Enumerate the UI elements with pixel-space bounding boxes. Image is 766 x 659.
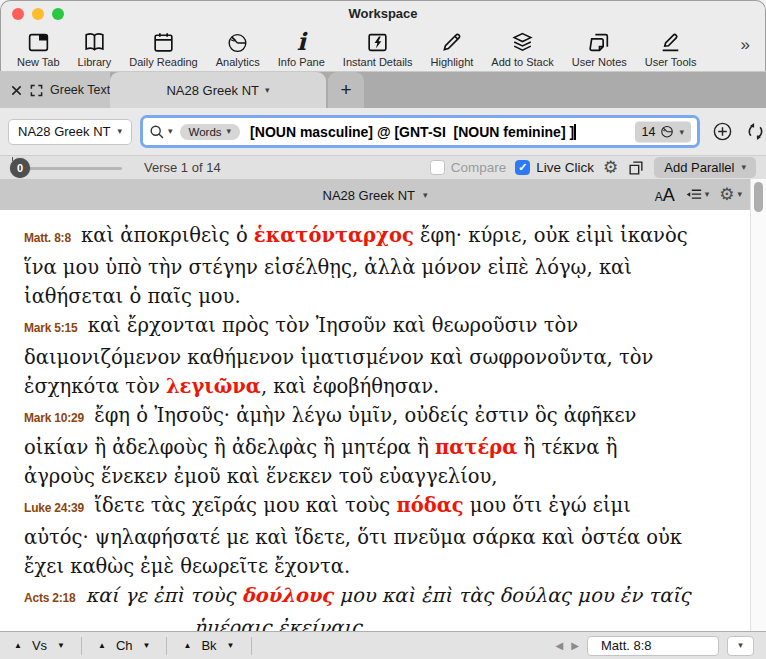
add-tab-button[interactable]: +	[328, 72, 364, 108]
verse-reference[interactable]: Mark 10:29	[24, 411, 84, 425]
add-to-stack-icon	[510, 29, 535, 55]
title-bar: Workspace	[0, 0, 766, 28]
tab-caret-icon[interactable]: ▾	[265, 86, 270, 95]
context-controls: Compare ✓ Live Click ⚙ Add Parallel ▾	[430, 157, 756, 178]
toolbar-overflow-button[interactable]: »	[741, 27, 758, 55]
tab-strip: Greek Texts NA28 Greek NT ▾ +	[0, 72, 766, 108]
zone-label[interactable]: Greek Texts	[50, 83, 116, 97]
pane-settings-button[interactable]: ⚙ ▾	[719, 186, 742, 203]
search-hit-word: λεγιῶνα	[166, 375, 261, 398]
toolbar-highlight-button[interactable]: Highlight	[422, 27, 483, 68]
reference-dropdown-button[interactable]: ▾	[727, 636, 754, 656]
chevron-down-icon: ▾	[741, 163, 746, 172]
toolbar-label: Add to Stack	[491, 56, 553, 68]
paragraph-list-icon	[685, 187, 702, 202]
greek-text: καὶ ἀποκριθεὶς ὁ	[81, 224, 254, 247]
pane-header: NA28 Greek NT ▾ AA ▾ ⚙ ▾	[0, 179, 750, 210]
library-icon	[82, 29, 107, 55]
book-stepper: ▲ Bk ▼	[167, 637, 251, 655]
toolbar-label: Highlight	[431, 56, 474, 68]
text-module-label: NA28 Greek NT	[18, 124, 110, 139]
verse-list[interactable]: Matt. 8:8 καὶ ἀποκριθεὶς ὁ ἑκατόνταρχος …	[0, 210, 750, 631]
toolbar-user-tools-button[interactable]: User Tools	[636, 27, 706, 68]
verse-paragraph: Mark 5:15 καὶ ἔρχονται πρὸς τὸν Ἰησοῦν κ…	[24, 311, 694, 401]
toolbar-instant-details-button[interactable]: Instant Details	[334, 27, 422, 68]
search-field[interactable]: ▾ Words ▾ [NOUN masculine] @ [GNT-SI [NO…	[140, 115, 700, 148]
toolbar-label: User Notes	[572, 56, 627, 68]
toolbar-add-to-stack-button[interactable]: Add to Stack	[482, 27, 562, 68]
chapter-stepper: ▲ Ch ▼	[82, 637, 167, 655]
toolbar-new-tab-button[interactable]: New Tab	[8, 27, 69, 68]
book-up-icon[interactable]: ▲	[183, 642, 191, 650]
search-scope-control[interactable]: ▾	[149, 124, 173, 140]
search-row: NA28 Greek NT ▾ ▾ Words ▾ [NOUN masculin…	[0, 108, 766, 155]
user-notes-icon	[587, 29, 612, 55]
text-module-selector[interactable]: NA28 Greek NT ▾	[8, 119, 132, 145]
history-back-icon[interactable]: ◀	[556, 641, 564, 651]
duplicate-pane-icon[interactable]	[627, 159, 645, 177]
toolbar-analytics-button[interactable]: Analytics	[207, 27, 269, 68]
verse-down-icon[interactable]: ▼	[57, 642, 65, 650]
new-tab-icon	[26, 29, 51, 55]
search-mode-label: Words	[189, 126, 222, 138]
hit-count-badge[interactable]: 14 ▾	[635, 121, 691, 142]
greek-text: μου καὶ ἐπὶ τὰς δούλας μου ἐν ταῖς	[333, 584, 691, 607]
history-forward-icon[interactable]: ▶	[571, 641, 579, 651]
verse-paragraph: Luke 24:39 ἴδετε τὰς χεῖράς μου καὶ τοὺς…	[24, 491, 694, 581]
slider-knob[interactable]: 0	[10, 158, 30, 178]
chevron-down-icon: ▾	[679, 127, 684, 136]
live-click-settings-gear-icon[interactable]: ⚙	[603, 159, 618, 176]
search-mode-pill[interactable]: Words ▾	[180, 124, 241, 140]
close-zone-icon[interactable]	[10, 84, 23, 97]
pane-title-selector[interactable]: NA28 Greek NT ▾	[322, 187, 427, 202]
analytics-icon	[225, 29, 250, 55]
context-bar: 0 Verse 1 of 14 Compare ✓ Live Click ⚙ A…	[0, 155, 766, 179]
scrollbar-thumb[interactable]	[754, 182, 763, 212]
verse-reference[interactable]: Acts 2:18	[24, 591, 76, 605]
tab-na28-greek-nt[interactable]: NA28 Greek NT ▾	[110, 72, 326, 108]
plus-circle-icon	[712, 121, 733, 142]
expand-zone-icon[interactable]	[30, 84, 43, 97]
verse-paragraph: Matt. 8:8 καὶ ἀποκριθεὶς ὁ ἑκατόνταρχος …	[24, 221, 694, 311]
chevron-down-icon: ▾	[423, 190, 428, 199]
toolbar-label: Library	[78, 56, 112, 68]
live-click-checkbox[interactable]: ✓	[515, 160, 530, 175]
verse-reference[interactable]: Mark 5:15	[24, 321, 78, 335]
reference-navigator: ◀ ▶ Matt. 8:8 ▾	[556, 636, 766, 656]
live-click-control: ✓ Live Click	[515, 160, 594, 175]
chapter-up-icon[interactable]: ▲	[98, 642, 106, 650]
add-search-term-button[interactable]	[712, 121, 733, 142]
greek-text: καί γε ἐπὶ τοὺς	[86, 584, 242, 607]
chevron-down-icon: ▾	[737, 190, 742, 199]
greek-text: , καὶ ἐφοβήθησαν.	[261, 375, 439, 398]
verse-paragraph: Acts 2:18 καί γε ἐπὶ τοὺς δούλους μου κα…	[24, 581, 694, 613]
hit-count: 14	[642, 125, 656, 139]
verse-stepper: ▲ Vs ▼	[0, 637, 82, 655]
add-parallel-button[interactable]: Add Parallel ▾	[654, 157, 756, 178]
toolbar-info-pane-button[interactable]: iInfo Pane	[269, 27, 334, 68]
verse-reference[interactable]: Matt. 8:8	[24, 231, 71, 245]
chapter-down-icon[interactable]: ▼	[143, 642, 151, 650]
toolbar-label: Analytics	[216, 56, 260, 68]
workspace-zone: Greek Texts	[0, 72, 110, 108]
display-settings-button[interactable]: ▾	[685, 187, 710, 202]
compare-checkbox[interactable]	[430, 160, 445, 175]
font-size-button[interactable]: AA	[655, 186, 675, 204]
research-cycle-button[interactable]	[745, 121, 766, 142]
toolbar-items: New TabLibraryDaily ReadingAnalyticsiInf…	[8, 27, 741, 68]
toolbar-user-notes-button[interactable]: User Notes	[563, 27, 636, 68]
pane-title: NA28 Greek NT	[322, 187, 414, 202]
reference-input[interactable]: Matt. 8:8	[587, 636, 719, 656]
book-down-icon[interactable]: ▼	[227, 642, 235, 650]
text-cursor	[574, 124, 576, 140]
verse-slider[interactable]: 0	[10, 158, 122, 178]
vertical-scrollbar[interactable]	[750, 179, 766, 631]
daily-reading-icon	[151, 29, 176, 55]
toolbar-library-button[interactable]: Library	[69, 27, 121, 68]
chevron-down-icon: ▾	[117, 127, 122, 136]
verse-up-icon[interactable]: ▲	[14, 642, 22, 650]
toolbar-daily-reading-button[interactable]: Daily Reading	[120, 27, 206, 68]
verse-reference[interactable]: Luke 24:39	[24, 501, 84, 515]
live-click-label: Live Click	[536, 160, 594, 175]
search-query-input[interactable]: [NOUN masculine] @ [GNT-SI [NOUN feminin…	[250, 124, 574, 140]
